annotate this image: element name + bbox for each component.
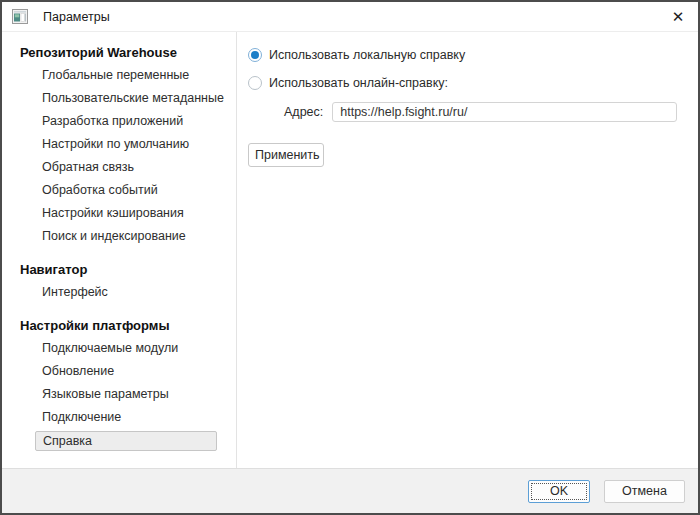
sidebar: Репозиторий WarehouseГлобальные переменн…: [2, 32, 237, 468]
footer-bar: OK Отмена: [2, 468, 698, 513]
sidebar-item-0-7[interactable]: Поиск и индексирование: [2, 225, 236, 248]
dialog-body: Репозиторий WarehouseГлобальные переменн…: [2, 32, 698, 468]
address-row: Адрес:: [248, 102, 698, 122]
sidebar-section-header-2: Настройки платформы: [2, 314, 236, 337]
radio-online-indicator[interactable]: [248, 76, 262, 90]
sidebar-item-2-0[interactable]: Подключаемые модули: [2, 337, 236, 360]
radio-online-option[interactable]: Использовать онлайн-справку:: [248, 76, 698, 90]
sidebar-item-2-2[interactable]: Языковые параметры: [2, 383, 236, 406]
radio-local-option[interactable]: Использовать локальную справку: [248, 48, 698, 62]
radio-local-indicator[interactable]: [248, 48, 262, 62]
sidebar-item-0-4[interactable]: Обратная связь: [2, 156, 236, 179]
apply-button[interactable]: Применить: [248, 143, 324, 167]
sidebar-section-header-1: Навигатор: [2, 258, 236, 281]
app-window-icon: [12, 9, 28, 25]
sidebar-item-0-3[interactable]: Настройки по умолчанию: [2, 133, 236, 156]
content-panel: Использовать локальную справку Использов…: [237, 32, 698, 468]
address-label: Адрес:: [284, 105, 323, 119]
close-icon: ✕: [672, 8, 685, 26]
cancel-button[interactable]: Отмена: [604, 480, 685, 503]
sidebar-item-0-5[interactable]: Обработка событий: [2, 179, 236, 202]
sidebar-item-2-3[interactable]: Подключение: [2, 406, 236, 429]
radio-local-label: Использовать локальную справку: [269, 48, 465, 62]
title-bar: Параметры ✕: [2, 2, 698, 32]
address-input[interactable]: [332, 102, 677, 122]
sidebar-item-1-0[interactable]: Интерфейс: [2, 281, 236, 304]
ok-button[interactable]: OK: [528, 480, 590, 503]
sidebar-item-0-6[interactable]: Настройки кэширования: [2, 202, 236, 225]
close-button[interactable]: ✕: [658, 2, 698, 32]
radio-online-label: Использовать онлайн-справку:: [269, 76, 448, 90]
sidebar-item-2-4[interactable]: Справка: [35, 431, 217, 451]
sidebar-item-0-1[interactable]: Пользовательские метаданные: [2, 87, 236, 110]
sidebar-item-0-0[interactable]: Глобальные переменные: [2, 64, 236, 87]
sidebar-section-header-0: Репозиторий Warehouse: [2, 41, 236, 64]
options-dialog: Параметры ✕ Репозиторий WarehouseГлобаль…: [0, 0, 700, 515]
sidebar-item-2-1[interactable]: Обновление: [2, 360, 236, 383]
sidebar-item-0-2[interactable]: Разработка приложений: [2, 110, 236, 133]
window-title: Параметры: [43, 10, 110, 24]
